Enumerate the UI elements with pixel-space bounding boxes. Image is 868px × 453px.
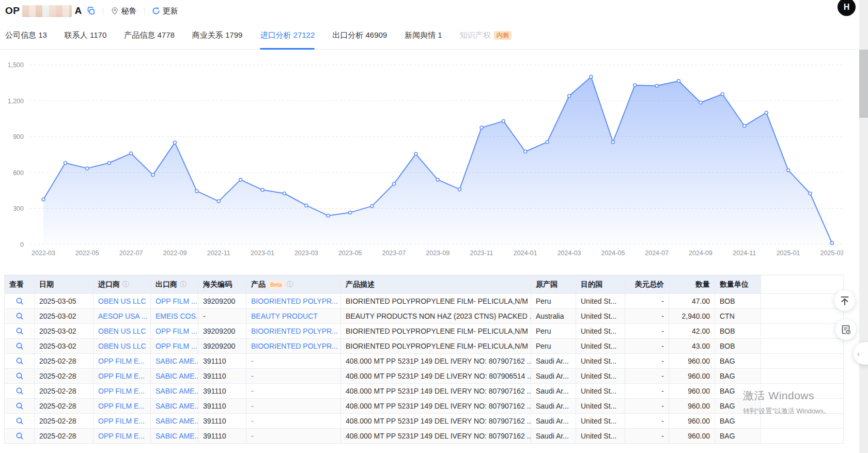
exporter-link[interactable]: EMEIS COS... — [156, 312, 198, 320]
exporter-link[interactable]: SABIC AME... — [156, 402, 198, 410]
info-icon[interactable]: ⓘ — [287, 280, 293, 289]
data-point[interactable] — [809, 192, 812, 195]
data-point[interactable] — [743, 124, 746, 128]
data-point[interactable] — [217, 200, 220, 203]
company-location[interactable]: 秘鲁 — [111, 6, 137, 16]
data-point[interactable] — [327, 214, 330, 217]
tab-intellectual-property[interactable]: 知识产权内测 — [460, 22, 512, 49]
exporter-link[interactable]: SABIC AME... — [156, 372, 198, 380]
copy-icon[interactable] — [87, 7, 96, 15]
data-point[interactable] — [239, 178, 242, 181]
product-link[interactable]: BEAUTY PRODUCT — [251, 312, 318, 320]
avatar[interactable]: H * — [838, 0, 856, 16]
data-point[interactable] — [261, 189, 264, 192]
data-point[interactable] — [436, 178, 439, 181]
data-point[interactable] — [370, 205, 374, 208]
exporter-link[interactable]: SABIC AME... — [156, 417, 198, 425]
importer-link[interactable]: OPP FILM E... — [98, 387, 145, 395]
importer-link[interactable]: OPP FILM E... — [98, 372, 145, 380]
data-point[interactable] — [765, 111, 768, 114]
data-point[interactable] — [721, 92, 724, 96]
data-point[interactable] — [655, 84, 658, 87]
data-point[interactable] — [349, 211, 352, 214]
importer-link[interactable]: OPP FILM E... — [98, 402, 145, 410]
data-point[interactable] — [480, 126, 483, 129]
product-link[interactable]: - — [251, 417, 254, 425]
importer-link[interactable]: OPP FILM E... — [98, 417, 145, 425]
importer-link[interactable]: OBEN US LLC — [98, 342, 146, 350]
product-link[interactable]: - — [251, 372, 254, 380]
back-to-top-button[interactable] — [834, 290, 855, 311]
import-trend-chart[interactable]: 03006009001,2001,5002022-032022-052022-0… — [0, 50, 843, 263]
view-details-button[interactable] — [9, 372, 29, 380]
col-header-origin-country: 原产国 — [531, 275, 576, 294]
view-details-button[interactable] — [9, 297, 29, 305]
data-point[interactable] — [64, 162, 67, 165]
view-details-button[interactable] — [9, 387, 29, 395]
data-point[interactable] — [151, 174, 154, 177]
tab-company-info[interactable]: 公司信息 13 — [5, 22, 47, 49]
data-point[interactable] — [392, 182, 395, 185]
feedback-button[interactable] — [835, 319, 856, 340]
importer-link[interactable]: OPP FILM E... — [98, 432, 145, 440]
exporter-link[interactable]: OPP FILM ... — [156, 327, 197, 335]
product-link[interactable]: - — [251, 387, 254, 395]
tab-contacts[interactable]: 联系人 1170 — [65, 22, 106, 49]
cell-view — [5, 384, 35, 399]
product-link[interactable]: BIOORIENTED POLYPR... — [251, 342, 338, 350]
product-link[interactable]: - — [251, 402, 254, 410]
data-point[interactable] — [283, 192, 286, 195]
data-point[interactable] — [195, 190, 198, 193]
data-point[interactable] — [305, 204, 308, 207]
product-link[interactable]: BIOORIENTED POLYPR... — [251, 297, 338, 305]
exporter-link[interactable]: SABIC AME... — [156, 432, 198, 440]
exporter-link[interactable]: OPP FILM ... — [156, 297, 197, 305]
side-panel-collapse-handle[interactable]: ‹ — [854, 342, 868, 365]
data-point[interactable] — [568, 95, 571, 98]
product-link[interactable]: - — [251, 357, 254, 365]
data-point[interactable] — [787, 168, 790, 171]
view-details-button[interactable] — [9, 342, 29, 350]
tab-news-sentiment[interactable]: 新闻舆情 1 — [405, 22, 442, 49]
update-button[interactable]: 更新 — [152, 6, 178, 16]
data-point[interactable] — [633, 84, 637, 87]
info-icon[interactable]: ⓘ — [122, 280, 129, 289]
importer-link[interactable]: OBEN US LLC — [98, 297, 146, 305]
info-icon[interactable]: ⓘ — [180, 280, 187, 289]
view-details-button[interactable] — [9, 327, 29, 335]
page-scrollbar[interactable] — [859, 0, 868, 453]
data-point[interactable] — [830, 242, 833, 245]
view-details-button[interactable] — [9, 312, 29, 320]
importer-link[interactable]: AESOP USA ... — [98, 312, 147, 320]
exporter-link[interactable]: SABIC AME... — [156, 387, 198, 395]
data-point[interactable] — [677, 80, 680, 83]
data-point[interactable] — [546, 140, 549, 144]
view-details-button[interactable] — [9, 357, 29, 365]
product-link[interactable]: BIOORIENTED POLYPR... — [251, 327, 338, 335]
data-point[interactable] — [86, 167, 89, 170]
view-details-button[interactable] — [9, 417, 29, 425]
data-point[interactable] — [130, 152, 133, 155]
view-details-button[interactable] — [9, 402, 29, 410]
data-point[interactable] — [699, 101, 702, 104]
data-point[interactable] — [590, 75, 593, 79]
data-point[interactable] — [458, 188, 461, 191]
tab-export-analysis[interactable]: 出口分析 46909 — [332, 22, 387, 49]
importer-link[interactable]: OPP FILM E... — [98, 357, 145, 365]
data-point[interactable] — [414, 152, 417, 155]
data-point[interactable] — [173, 141, 176, 144]
exporter-link[interactable]: OPP FILM ... — [156, 342, 197, 350]
data-point[interactable] — [611, 140, 614, 144]
tab-product-info[interactable]: 产品信息 4778 — [124, 22, 175, 49]
data-point[interactable] — [107, 162, 111, 165]
data-point[interactable] — [524, 150, 527, 153]
importer-link[interactable]: OBEN US LLC — [98, 327, 146, 335]
data-point[interactable] — [42, 198, 45, 201]
tab-business-relations[interactable]: 商业关系 1799 — [192, 22, 243, 49]
tab-import-analysis[interactable]: 进口分析 27122 — [260, 22, 315, 49]
data-point[interactable] — [502, 119, 505, 122]
scrollbar-thumb[interactable] — [859, 50, 868, 118]
exporter-link[interactable]: SABIC AME... — [156, 357, 198, 365]
product-link[interactable]: - — [251, 432, 254, 440]
view-details-button[interactable] — [9, 432, 29, 440]
